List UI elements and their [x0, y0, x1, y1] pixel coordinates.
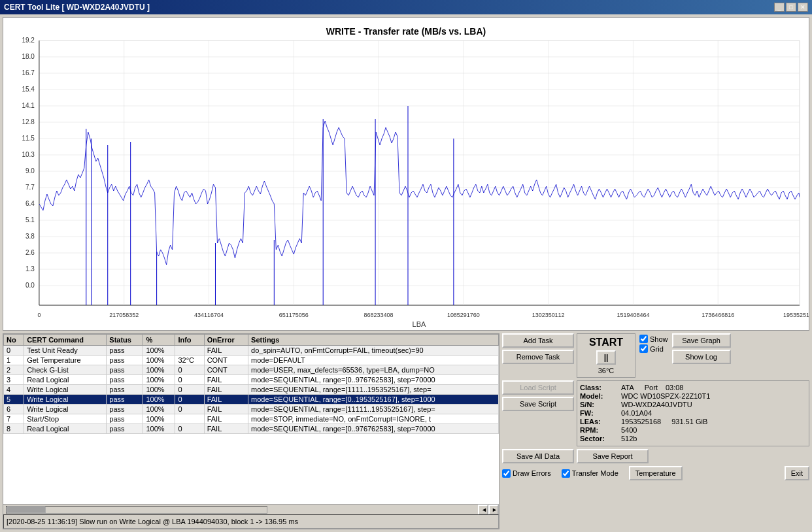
port-value: 03:08 [666, 384, 684, 391]
start-label: START [589, 337, 623, 348]
load-script-button[interactable]: Load Script [502, 380, 574, 395]
svg-text:434116704: 434116704 [194, 312, 224, 318]
draw-errors-label: Draw Errors [513, 469, 551, 477]
task-table: No CERT Command Status % Info OnError Se… [3, 334, 499, 434]
svg-text:1953525168: 1953525168 [783, 312, 809, 318]
col-status: Status [107, 335, 143, 346]
svg-text:19.2: 19.2 [22, 37, 35, 44]
close-button[interactable]: ✕ [798, 3, 808, 12]
fw-label: FW: [580, 409, 616, 417]
task-table-container: No CERT Command Status % Info OnError Se… [3, 333, 499, 529]
window-title: CERT Tool Lite [ WD-WXD2A40JVDTU ] [4, 3, 150, 12]
top-controls-row: Add Task Remove Task START || 36°C Show [502, 333, 809, 378]
svg-text:10.3: 10.3 [22, 151, 35, 158]
right-controls: Add Task Remove Task START || 36°C Show [502, 333, 809, 529]
script-button-group: Load Script Save Script [502, 380, 574, 411]
svg-text:0: 0 [37, 312, 41, 318]
grid-checkbox-row: Grid [639, 344, 668, 353]
pause-button[interactable]: || [596, 350, 617, 365]
svg-text:14.1: 14.1 [22, 102, 35, 109]
port-label: Port [645, 384, 658, 391]
svg-text:5.1: 5.1 [25, 216, 35, 224]
info-sn-row: S/N: WD-WXD2A40JVDTU [580, 401, 806, 408]
start-panel: START || 36°C [577, 333, 635, 378]
grid-checkbox[interactable] [639, 344, 648, 353]
show-grid-panel: Show Grid [638, 333, 669, 354]
svg-text:3.8: 3.8 [25, 233, 35, 240]
scroll-right-btn[interactable]: ► [488, 505, 499, 515]
svg-text:6.4: 6.4 [25, 200, 35, 207]
save-row: Save All Data Save Report [502, 449, 809, 463]
svg-text:1736466816: 1736466816 [702, 312, 734, 318]
table-row[interactable]: 0Test Unit Readypass100%FAILdo_spin=AUTO… [4, 346, 499, 356]
save-report-button[interactable]: Save Report [577, 449, 649, 463]
svg-text:1302350112: 1302350112 [532, 312, 565, 318]
info-model-row: Model: WDC WD10SPZX-22Z10T1 [580, 392, 806, 400]
draw-errors-row: Draw Errors [502, 469, 551, 478]
table-row[interactable]: 8Read Logicalpass100%0FAILmode=SEQUENTIA… [4, 424, 499, 434]
exit-button[interactable]: Exit [785, 466, 809, 480]
sn-label: S/N: [580, 401, 616, 408]
chart-area: WRITE - Transfer rate (MB/s vs. LBA) [3, 17, 809, 331]
svg-text:217058352: 217058352 [109, 312, 139, 318]
window-controls: _ □ ✕ [774, 3, 808, 12]
scroll-left-btn[interactable]: ◄ [478, 505, 488, 515]
svg-text:2.6: 2.6 [25, 249, 35, 256]
table-scroll[interactable]: No CERT Command Status % Info OnError Se… [3, 334, 499, 504]
col-command: CERT Command [24, 335, 107, 346]
svg-text:9.0: 9.0 [25, 167, 35, 175]
show-checkbox-row: Show [639, 335, 668, 343]
show-checkbox[interactable] [639, 335, 648, 343]
svg-text:16.7: 16.7 [22, 69, 35, 76]
leas-label: LEAs: [580, 418, 616, 425]
transfer-mode-row: Transfer Mode [562, 469, 618, 478]
sector-value: 512b [621, 435, 637, 442]
mid-controls-row: Load Script Save Script Class: ATA Port … [502, 380, 809, 446]
table-row[interactable]: 1Get Temperaturepass100%32°CCONTmode=DEF… [4, 356, 499, 365]
draw-errors-checkbox[interactable] [502, 469, 511, 478]
svg-rect-1 [39, 41, 800, 305]
col-no: No [4, 335, 24, 346]
info-class-row: Class: ATA Port 03:08 [580, 384, 806, 391]
rpm-label: RPM: [580, 426, 616, 434]
add-task-button[interactable]: Add Task [502, 333, 574, 348]
class-value: ATA [621, 384, 634, 391]
model-value: WDC WD10SPZX-22Z10T1 [621, 392, 710, 400]
svg-text:12.8: 12.8 [22, 118, 35, 125]
maximize-button[interactable]: □ [786, 3, 796, 12]
sn-value: WD-WXD2A40JVDTU [621, 401, 692, 408]
temperature-button[interactable]: Temperature [629, 466, 683, 480]
show-log-button[interactable]: Show Log [672, 350, 731, 364]
svg-text:WRITE - Transfer rate (MB/s vs: WRITE - Transfer rate (MB/s vs. LBA) [326, 26, 486, 37]
save-graph-button[interactable]: Save Graph [672, 333, 731, 348]
col-info: Info [175, 335, 204, 346]
table-row[interactable]: 3Read Logicalpass100%0FAILmode=SEQUENTIA… [4, 375, 499, 385]
leas-value: 1953525168 [621, 418, 661, 425]
svg-text:LBA: LBA [413, 320, 426, 328]
model-label: Model: [580, 392, 616, 400]
svg-text:1519408464: 1519408464 [617, 312, 649, 318]
save-script-button[interactable]: Save Script [502, 397, 574, 411]
minimize-button[interactable]: _ [774, 3, 785, 12]
bottom-panel: No CERT Command Status % Info OnError Se… [3, 333, 809, 529]
remove-task-button[interactable]: Remove Task [502, 350, 574, 364]
table-row[interactable]: 7Start/Stoppass100%FAILmode=STOP, immedi… [4, 414, 499, 424]
svg-text:7.7: 7.7 [25, 184, 35, 191]
fw-value: 04.01A04 [621, 409, 652, 417]
svg-text:868233408: 868233408 [364, 312, 394, 318]
title-bar: CERT Tool Lite [ WD-WXD2A40JVDTU ] _ □ ✕ [0, 0, 812, 14]
table-row[interactable]: 4Write Logicalpass100%0FAILmode=SEQUENTI… [4, 385, 499, 395]
transfer-mode-checkbox[interactable] [562, 469, 570, 478]
transfer-mode-label: Transfer Mode [572, 469, 618, 477]
rpm-value: 5400 [621, 426, 637, 434]
temp-display: 36°C [598, 367, 615, 374]
svg-text:11.5: 11.5 [22, 135, 35, 142]
save-all-data-button[interactable]: Save All Data [502, 449, 574, 463]
table-row[interactable]: 2Check G-Listpass100%0CONTmode=USER, max… [4, 365, 499, 375]
svg-text:1085291760: 1085291760 [447, 312, 480, 318]
table-row[interactable]: 6Write Logicalpass100%0FAILmode=SEQUENTI… [4, 405, 499, 414]
col-settings: Settings [248, 335, 499, 346]
save-show-group: Save Graph Show Log [672, 333, 731, 364]
leas-size: 931.51 GiB [671, 418, 707, 425]
table-row[interactable]: 5Write Logicalpass100%0FAILmode=SEQUENTI… [4, 395, 499, 405]
